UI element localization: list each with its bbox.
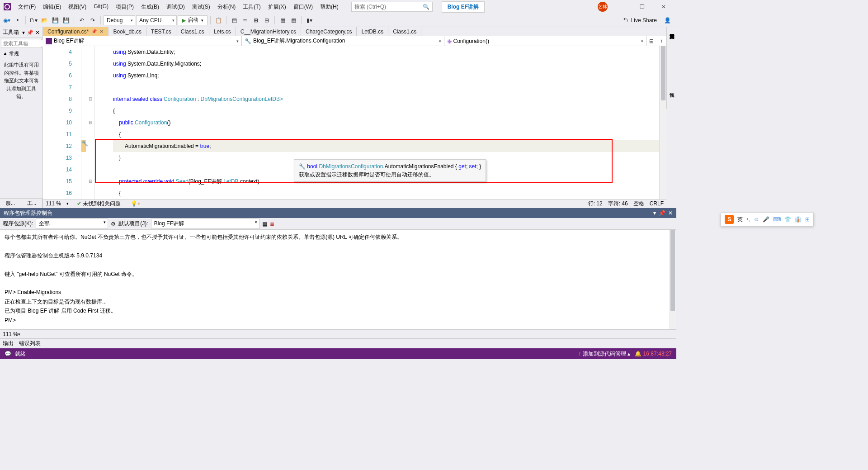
menu-帮助H[interactable]: 帮助(H) bbox=[316, 1, 342, 13]
redo-icon[interactable]: ↷ bbox=[88, 15, 98, 25]
live-share-button[interactable]: ⮌ Live Share 👤 bbox=[619, 17, 675, 24]
start-debug-button[interactable]: ▶启动▾ bbox=[178, 15, 208, 25]
tab-error-list[interactable]: 错误列表 bbox=[19, 340, 41, 347]
scroll-thumb[interactable] bbox=[670, 230, 675, 311]
dropdown-icon[interactable]: ▾ bbox=[653, 210, 656, 216]
tb-icon-2[interactable]: ▤ bbox=[229, 15, 239, 25]
source-control-button[interactable]: ↑ 添加到源代码管理 ▴ bbox=[579, 350, 631, 358]
pin-icon[interactable]: 📌 bbox=[659, 210, 665, 216]
notifications-button[interactable]: 🔔 16:87:43:27 bbox=[635, 351, 672, 357]
liveshare-label: Live Share bbox=[631, 17, 657, 24]
tb-icon-3[interactable]: ≣ bbox=[240, 15, 250, 25]
class-icon: 🔧 bbox=[245, 38, 251, 44]
nav-project[interactable]: Blog EF讲解 bbox=[43, 36, 242, 46]
issues-indicator[interactable]: ✔ 未找到相关问题 bbox=[77, 200, 121, 208]
solution-explorer-tab[interactable]: 解决方案资源管理器 bbox=[666, 27, 676, 86]
check-icon: ✔ bbox=[77, 200, 81, 207]
file-tab[interactable]: TEST.cs bbox=[146, 27, 176, 36]
close-icon[interactable]: ✕ bbox=[35, 29, 40, 36]
menu-项目P[interactable]: 项目(P) bbox=[112, 1, 137, 13]
menu-窗口W[interactable]: 窗口(W) bbox=[290, 1, 316, 13]
menu-测试S[interactable]: 测试(S) bbox=[189, 1, 214, 13]
console-scrollbar[interactable] bbox=[669, 230, 676, 329]
platform-combo[interactable]: Any CPU bbox=[136, 15, 177, 25]
scroll-thumb[interactable] bbox=[661, 46, 665, 100]
file-tab[interactable]: Lets.cs bbox=[209, 27, 236, 36]
menu-调试D[interactable]: 调试(D) bbox=[163, 1, 189, 13]
nav-namespace[interactable]: 🔧 Blog_EF讲解.Migrations.Configuration bbox=[242, 36, 444, 46]
toolbox-search[interactable]: 🔍 bbox=[1, 39, 42, 48]
menu-工具T[interactable]: 工具(T) bbox=[239, 1, 264, 13]
pm-source-combo[interactable]: 全部 bbox=[36, 218, 108, 229]
open-icon[interactable]: 📂 bbox=[39, 15, 49, 25]
zoom-level[interactable]: 111 % bbox=[46, 200, 61, 207]
pin-icon[interactable]: 📌 bbox=[91, 29, 97, 34]
file-tab[interactable]: Class1.cs bbox=[176, 27, 209, 36]
add-view-icon[interactable]: + bbox=[656, 38, 666, 44]
toolbox-category[interactable]: ▲ 常规 bbox=[0, 49, 42, 58]
tb-icon-5[interactable]: ⊟ bbox=[262, 15, 272, 25]
menu-编辑E[interactable]: 编辑(E) bbox=[39, 1, 65, 13]
file-tab[interactable]: Book_db.cs bbox=[108, 27, 146, 36]
save-icon[interactable]: 💾 bbox=[50, 15, 60, 25]
save-all-icon[interactable]: 💾 bbox=[61, 15, 71, 25]
tt-get: get bbox=[458, 163, 466, 170]
file-tab[interactable]: C__MigrationHistory.cs bbox=[236, 27, 301, 36]
wrench-icon: 🔧 bbox=[299, 163, 306, 170]
menu-扩展X[interactable]: 扩展(X) bbox=[264, 1, 290, 13]
menu-视图V[interactable]: 视图(V) bbox=[65, 1, 90, 13]
code-editor[interactable]: 45678910111213141516 🔧 ⊟⊟⊟ using System.… bbox=[43, 46, 666, 199]
search-input[interactable] bbox=[354, 4, 423, 10]
pm-icon-1[interactable]: ▦ bbox=[262, 221, 267, 227]
tb-icon-4[interactable]: ⊞ bbox=[251, 15, 261, 25]
file-tab[interactable]: Class1.cs bbox=[388, 27, 421, 36]
tb-icon-7[interactable]: ▦ bbox=[288, 15, 298, 25]
menu-文件F[interactable]: 文件(F) bbox=[14, 1, 39, 13]
feedback-icon[interactable]: 💬 bbox=[5, 351, 11, 357]
insert-mode: 空格 bbox=[633, 200, 644, 208]
close-icon[interactable]: ✕ bbox=[99, 28, 104, 34]
blog-ef-button[interactable]: Blog EF讲解 bbox=[442, 1, 485, 13]
maximize-button[interactable]: ❐ bbox=[633, 0, 651, 13]
tab-output[interactable]: 输出 bbox=[3, 340, 14, 347]
dropdown-icon[interactable]: ▾ bbox=[22, 29, 25, 36]
config-combo[interactable]: Debug bbox=[104, 15, 135, 25]
bottom-tabs: 输出 错误列表 bbox=[0, 338, 676, 348]
user-avatar[interactable]: 艺林 bbox=[598, 2, 608, 12]
global-search[interactable]: 🔍 bbox=[351, 2, 433, 12]
tab-toolbox[interactable]: 工... bbox=[21, 199, 42, 208]
pm-zoom[interactable]: 111 % bbox=[3, 331, 18, 337]
file-tab-strip: Configuration.cs* 📌 ✕Book_db.csTEST.csCl… bbox=[43, 27, 666, 36]
pm-project-combo[interactable]: Blog EF讲解 bbox=[151, 218, 259, 229]
split-icon[interactable]: ⊟ bbox=[646, 38, 656, 44]
lightbulb-icon[interactable]: 💡▾ bbox=[131, 200, 140, 207]
file-tab[interactable]: LetDB.cs bbox=[357, 27, 388, 36]
gear-icon[interactable]: ⚙ bbox=[111, 221, 116, 227]
new-icon[interactable]: 🗋▾ bbox=[28, 15, 38, 25]
tab-server[interactable]: 服... bbox=[0, 199, 21, 208]
file-tab[interactable]: Configuration.cs* 📌 ✕ bbox=[43, 27, 108, 36]
notif-text: 16:87:43:27 bbox=[643, 351, 672, 357]
menu-生成B[interactable]: 生成(B) bbox=[137, 1, 163, 13]
account-icon[interactable]: 👤 bbox=[664, 17, 671, 24]
close-button[interactable]: ✕ bbox=[655, 0, 673, 13]
toolbox-bottom-tabs: 服... 工... bbox=[0, 198, 42, 208]
nav-back-icon[interactable]: ◉▾ bbox=[2, 15, 12, 25]
properties-tab[interactable]: 属性 bbox=[666, 86, 676, 109]
nav-fwd-icon[interactable]: • bbox=[13, 15, 23, 25]
minimize-button[interactable]: — bbox=[611, 0, 629, 13]
tb-icon-6[interactable]: ▦ bbox=[278, 15, 288, 25]
menu-分析N[interactable]: 分析(N) bbox=[214, 1, 240, 13]
nav-member[interactable]: ◉ Configuration() bbox=[444, 36, 647, 46]
pin-icon[interactable]: 📌 bbox=[27, 29, 33, 36]
file-tab[interactable]: ChargeCategory.cs bbox=[301, 27, 357, 36]
editor-scrollbar[interactable] bbox=[659, 46, 666, 199]
undo-icon[interactable]: ↶ bbox=[77, 15, 87, 25]
close-icon[interactable]: ✕ bbox=[668, 210, 673, 216]
tb-icon-1[interactable]: 📋 bbox=[213, 15, 223, 25]
pm-icon-2[interactable]: ≣ bbox=[270, 221, 274, 227]
pm-proj-label: 默认项目(J): bbox=[118, 220, 148, 228]
pm-console-output[interactable]: 每个包都由其所有者许可给你。NuGet 不负责第三方包，也不授予其许可证。一些包… bbox=[0, 230, 676, 329]
menu-GitG[interactable]: Git(G) bbox=[90, 1, 112, 13]
tb-icon-8[interactable]: ▮▾ bbox=[304, 15, 314, 25]
